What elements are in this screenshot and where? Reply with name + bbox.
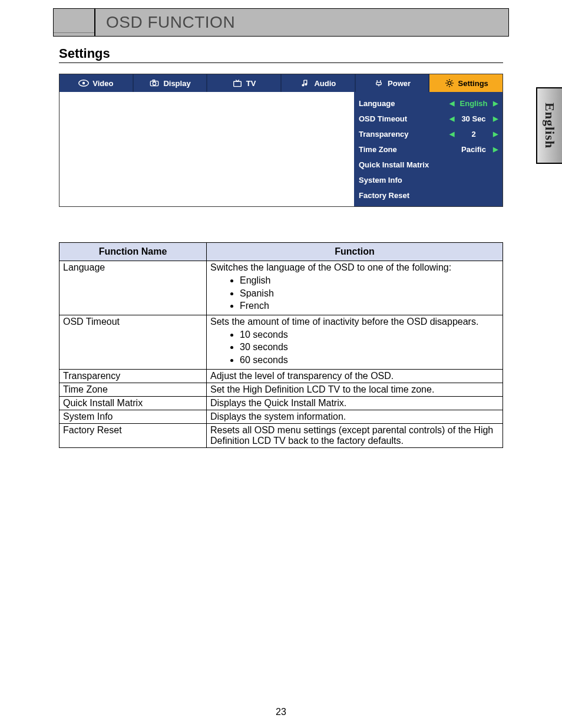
bullet-list: 10 seconds30 seconds60 seconds <box>240 328 499 367</box>
table-row: Time ZoneSet the High Definition LCD TV … <box>59 383 503 396</box>
cell-function-name: Factory Reset <box>59 423 207 447</box>
cell-function-name: Quick Install Matrix <box>59 396 207 410</box>
osd-tab-label: Power <box>388 79 411 88</box>
cell-function-name: System Info <box>59 410 207 423</box>
cell-intro: Switches the language of the OSD to one … <box>210 262 499 273</box>
osd-tab-display[interactable]: Display <box>134 74 208 92</box>
osd-tab-settings[interactable]: Settings <box>429 74 503 92</box>
arrow-right-icon[interactable]: ▶ <box>493 130 498 138</box>
osd-tab-audio[interactable]: Audio <box>282 74 356 92</box>
tv-icon <box>232 79 243 87</box>
section-heading: Settings <box>59 46 503 61</box>
language-side-tab-label: English <box>542 103 557 149</box>
osd-item[interactable]: Factory Reset <box>359 187 498 203</box>
bullet-item: 30 seconds <box>240 341 499 354</box>
th-function-name: Function Name <box>59 243 207 261</box>
osd-tab-label: TV <box>246 79 256 88</box>
table-row: Quick Install MatrixDisplays the Quick I… <box>59 396 503 410</box>
table-header-row: Function Name Function <box>59 243 503 261</box>
osd-item[interactable]: OSD Timeout◀30 Sec▶ <box>359 111 498 126</box>
table-row: System InfoDisplays the system informati… <box>59 410 503 423</box>
table-row: Factory ResetResets all OSD menu setting… <box>59 423 503 447</box>
osd-empty-area <box>59 92 354 204</box>
osd-item-value: 2 <box>457 130 491 139</box>
arrow-right-icon[interactable]: ▶ <box>493 115 498 123</box>
function-table: Function Name Function LanguageSwitches … <box>59 242 503 448</box>
osd-item[interactable]: Transparency◀2▶ <box>359 126 498 141</box>
page-number-text: 23 <box>276 707 286 717</box>
osd-item-label: Quick Install Matrix <box>359 160 498 169</box>
bullet-list: EnglishSpanishFrench <box>240 274 499 312</box>
osd-tab-label: Settings <box>458 79 488 88</box>
language-side-tab: English <box>536 87 562 164</box>
note-icon <box>300 79 310 87</box>
cell-function-desc: Switches the language of the OSD to one … <box>207 261 503 315</box>
svg-point-7 <box>305 83 308 85</box>
cell-intro: Sets the amount of time of inactivity be… <box>210 317 499 327</box>
osd-settings-panel: Language◀English▶OSD Timeout◀30 Sec▶Tran… <box>354 92 503 206</box>
arrow-left-icon[interactable]: ◀ <box>449 115 454 123</box>
svg-point-9 <box>448 81 451 84</box>
cell-function-desc: Displays the Quick Install Matrix. <box>207 396 503 410</box>
osd-screenshot: VideoDisplayTVAudioPowerSettings Languag… <box>59 74 503 207</box>
osd-item-value: English <box>457 99 491 108</box>
osd-tab-label: Video <box>92 79 113 88</box>
svg-rect-5 <box>234 81 242 86</box>
arrow-right-icon[interactable]: ▶ <box>493 100 498 107</box>
osd-item-label: Transparency <box>359 130 447 139</box>
cell-function-desc: Sets the amount of time of inactivity be… <box>207 315 503 369</box>
osd-item-label: Factory Reset <box>359 191 498 200</box>
osd-body: Language◀English▶OSD Timeout◀30 Sec▶Tran… <box>59 92 503 206</box>
osd-item-label: System Info <box>359 176 498 185</box>
page-title: OSD FUNCTION <box>95 9 508 36</box>
bullet-item: English <box>240 274 499 287</box>
osd-item[interactable]: System Info <box>359 172 498 187</box>
table-row: LanguageSwitches the language of the OSD… <box>59 261 503 315</box>
cell-function-desc: Resets all OSD menu settings (except par… <box>207 423 503 447</box>
osd-item[interactable]: Quick Install Matrix <box>359 157 498 172</box>
eye-icon <box>78 79 89 87</box>
arrow-left-icon[interactable]: ◀ <box>449 100 454 107</box>
section-rule <box>59 62 503 63</box>
svg-point-1 <box>82 82 85 85</box>
osd-tab-label: Display <box>163 79 190 88</box>
cell-function-name: Transparency <box>59 369 207 383</box>
th-function: Function <box>207 243 503 261</box>
osd-item[interactable]: Time Zone◀Pacific▶ <box>359 141 498 157</box>
arrow-right-icon[interactable]: ▶ <box>493 146 498 153</box>
page-title-text: OSD FUNCTION <box>106 13 235 32</box>
header-decoration <box>54 9 95 36</box>
header-bar: OSD FUNCTION <box>53 8 509 37</box>
plug-icon <box>373 79 384 87</box>
cell-function-name: Language <box>59 261 207 315</box>
cell-function-name: Time Zone <box>59 383 207 396</box>
osd-tabs: VideoDisplayTVAudioPowerSettings <box>59 74 503 92</box>
svg-point-3 <box>153 82 156 85</box>
bullet-item: 60 seconds <box>240 354 499 367</box>
page-number: 23 <box>0 707 562 717</box>
table-row: OSD TimeoutSets the amount of time of in… <box>59 315 503 369</box>
osd-item-label: Language <box>359 99 447 108</box>
arrow-left-icon[interactable]: ◀ <box>449 130 454 138</box>
cell-function-name: OSD Timeout <box>59 315 207 369</box>
section-heading-text: Settings <box>59 46 110 61</box>
osd-tab-power[interactable]: Power <box>356 74 430 92</box>
svg-rect-4 <box>153 80 155 81</box>
camera-icon <box>149 79 160 87</box>
osd-item-label: Time Zone <box>359 145 447 154</box>
osd-item-value: Pacific <box>457 145 491 154</box>
gear-icon <box>444 79 455 87</box>
osd-item-label: OSD Timeout <box>359 114 447 123</box>
cell-function-desc: Set the High Definition LCD TV to the lo… <box>207 383 503 396</box>
page: OSD FUNCTION Settings VideoDisplayTVAudi… <box>0 8 562 448</box>
bullet-item: 10 seconds <box>240 328 499 341</box>
osd-tab-label: Audio <box>314 79 336 88</box>
osd-tab-video[interactable]: Video <box>59 74 134 92</box>
cell-function-desc: Adjust the level of transparency of the … <box>207 369 503 383</box>
osd-tab-tv[interactable]: TV <box>207 74 282 92</box>
svg-point-6 <box>302 84 305 86</box>
osd-item[interactable]: Language◀English▶ <box>359 95 498 111</box>
bullet-item: Spanish <box>240 287 499 300</box>
svg-rect-8 <box>376 83 381 85</box>
bullet-item: French <box>240 299 499 312</box>
